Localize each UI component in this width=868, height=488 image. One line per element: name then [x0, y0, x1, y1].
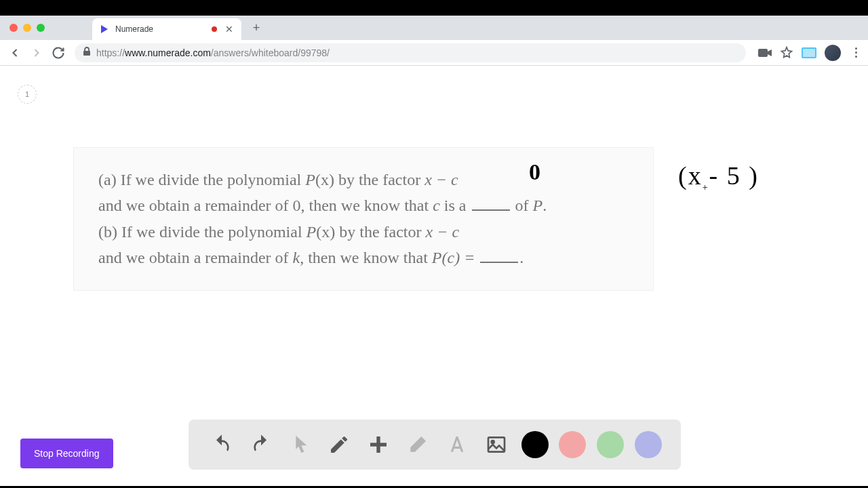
maximize-window-button[interactable]	[37, 24, 45, 32]
svg-rect-1	[83, 51, 90, 56]
profile-avatar[interactable]	[825, 45, 841, 61]
minimize-window-button[interactable]	[23, 24, 31, 32]
pointer-tool[interactable]	[286, 430, 315, 459]
recording-indicator-icon	[212, 26, 217, 32]
redo-button[interactable]	[247, 430, 275, 459]
toolbar-right	[758, 45, 863, 61]
problem-statement: (a) If we divide the polynomial P(x) by …	[73, 147, 654, 291]
address-bar: https://www.numerade.com/answers/whitebo…	[0, 40, 868, 66]
lock-icon	[83, 47, 91, 59]
blank-a	[472, 208, 510, 211]
url-text: https://www.numerade.com/answers/whitebo…	[96, 47, 330, 58]
color-green[interactable]	[597, 431, 624, 458]
menu-button[interactable]	[849, 46, 863, 60]
blank-b	[480, 260, 518, 263]
svg-marker-0	[101, 25, 108, 33]
image-tool[interactable]	[482, 430, 511, 459]
url-protocol: https://	[96, 47, 125, 58]
new-tab-button[interactable]: +	[247, 18, 266, 37]
close-tab-button[interactable]: ✕	[224, 24, 235, 35]
handwriting-zero: 0	[529, 159, 540, 185]
color-black[interactable]	[521, 431, 549, 458]
forward-button[interactable]	[27, 43, 46, 62]
color-purple[interactable]	[635, 431, 662, 458]
stop-recording-button[interactable]: Stop Recording	[20, 439, 113, 468]
text-tool[interactable]	[443, 430, 471, 459]
svg-point-6	[491, 441, 494, 443]
page-number-badge[interactable]: 1	[18, 85, 37, 104]
add-tool[interactable]	[364, 430, 393, 459]
handwriting-side-note: (x+- 5 )	[678, 161, 759, 193]
url-path: /answers/whiteboard/99798/	[211, 47, 330, 58]
svg-rect-2	[758, 49, 768, 57]
reload-button[interactable]	[49, 43, 68, 62]
back-button[interactable]	[5, 43, 24, 62]
browser-window: Numerade ✕ + https://www.numerade.com/an…	[0, 16, 868, 486]
browser-tab[interactable]: Numerade ✕	[92, 18, 241, 40]
url-input[interactable]: https://www.numerade.com/answers/whitebo…	[75, 43, 746, 62]
window-controls	[9, 24, 45, 32]
close-window-button[interactable]	[9, 24, 18, 32]
whiteboard-toolbar	[189, 420, 681, 470]
undo-button[interactable]	[208, 430, 236, 459]
pen-tool[interactable]	[325, 430, 353, 459]
page-content: 1 (a) If we divide the polynomial P(x) b…	[0, 66, 868, 486]
svg-rect-4	[370, 443, 387, 446]
bookmark-star-button[interactable]	[780, 46, 793, 60]
eraser-tool[interactable]	[403, 430, 432, 459]
tab-bar: Numerade ✕ +	[0, 16, 868, 40]
problem-line-b: (b) If we divide the polynomial P(x) by …	[98, 219, 629, 271]
tab-title: Numerade	[115, 24, 212, 34]
cast-icon[interactable]	[802, 47, 816, 58]
favicon-icon	[99, 24, 110, 35]
color-red[interactable]	[559, 431, 586, 458]
camera-icon[interactable]	[758, 46, 772, 60]
problem-line-a: (a) If we divide the polynomial P(x) by …	[98, 167, 629, 219]
url-domain: www.numerade.com	[125, 47, 211, 58]
